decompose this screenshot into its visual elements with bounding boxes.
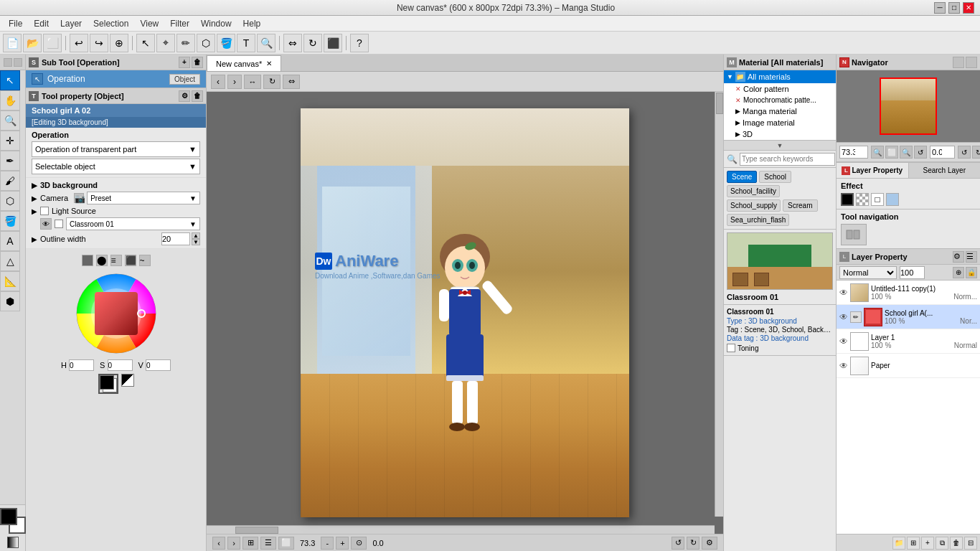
outline-expand[interactable]: ▶: [32, 235, 37, 243]
classroom-checkbox[interactable]: [55, 220, 63, 228]
search-layer-tab[interactable]: Search Layer: [909, 163, 981, 178]
ruler-tool[interactable]: 📐: [0, 271, 20, 291]
select-btn[interactable]: ↖: [136, 34, 155, 52]
move-tool[interactable]: ✛: [0, 131, 20, 151]
canvas-tab-active[interactable]: New canvas* ✕: [207, 55, 281, 71]
fill-tool[interactable]: 🪣: [0, 211, 20, 231]
snap-btn[interactable]: ⊕: [110, 34, 128, 52]
menu-selection[interactable]: Selection: [88, 17, 134, 30]
rotate-right-btn[interactable]: ↻: [687, 537, 699, 550]
lasso-btn[interactable]: ⌖: [156, 34, 175, 52]
canvas-prev-btn[interactable]: ‹: [212, 537, 225, 550]
v-scrollbar[interactable]: [715, 92, 723, 517]
color-circle-icon[interactable]: ⬤: [96, 255, 108, 266]
effect-white-btn[interactable]: □: [871, 193, 884, 206]
opacity-input[interactable]: [900, 266, 925, 279]
mat-monochromatic[interactable]: ✕ Monochromatic patte...: [724, 95, 836, 105]
menu-edit[interactable]: Edit: [28, 17, 55, 30]
color-sliders-icon[interactable]: ≡: [110, 255, 122, 266]
menu-file[interactable]: File: [3, 17, 28, 30]
outline-up[interactable]: ▲: [192, 232, 200, 239]
layer-item-3[interactable]: 👁 Layer 1 100 % Normal: [837, 329, 980, 354]
camera-expand[interactable]: ▶: [32, 194, 37, 202]
nav-zoom-input[interactable]: [839, 146, 868, 159]
nav-rotate-reset[interactable]: ↺: [914, 146, 927, 159]
mat-tag-sea[interactable]: Sea_urchin_flash: [727, 214, 789, 226]
layer-item-1[interactable]: 👁 Untitled-111 copy(1) 100 % Norm...: [837, 281, 980, 305]
layer-extra-btn[interactable]: ☰: [966, 251, 977, 263]
nav-fit[interactable]: ⬜: [885, 146, 898, 159]
canvas-fwd-btn[interactable]: ›: [227, 75, 242, 89]
mat-image[interactable]: ▶ Image material: [724, 117, 836, 128]
nav-rotate-r[interactable]: ↻: [972, 146, 980, 159]
h-input[interactable]: [69, 359, 94, 371]
window-controls[interactable]: ─ □ ✕: [934, 2, 974, 14]
canvas-move-icon[interactable]: ↔: [244, 75, 261, 89]
brush-tool[interactable]: 🖌: [0, 171, 20, 191]
canvas-back-btn[interactable]: ‹: [211, 75, 225, 89]
mat-color-pattern[interactable]: ✕ Color pattern: [724, 83, 836, 95]
object-button[interactable]: Object: [169, 74, 200, 85]
canvas-rotate-icon[interactable]: ↻: [263, 75, 281, 89]
shape-tool[interactable]: △: [0, 251, 20, 271]
h-scroll-thumb[interactable]: [235, 527, 278, 534]
open-btn[interactable]: 📂: [23, 34, 42, 52]
menu-layer[interactable]: Layer: [55, 17, 88, 30]
layer-4-eye[interactable]: 👁: [839, 361, 848, 371]
selectable-dropdown[interactable]: Selectable object ▼: [32, 159, 200, 174]
layer-delete-btn[interactable]: 🗑: [950, 537, 963, 550]
outline-down[interactable]: ▼: [192, 239, 200, 245]
effect-blue-btn[interactable]: [886, 193, 899, 206]
layer-add-btn[interactable]: +: [921, 537, 934, 550]
tool-nav-icon[interactable]: [841, 224, 867, 245]
minimize-button[interactable]: ─: [934, 2, 946, 14]
approx-color-icon[interactable]: ~: [139, 255, 151, 266]
view-btn[interactable]: 🔍: [257, 34, 275, 52]
mat-search-input[interactable]: [740, 153, 835, 166]
mat-tag-scene[interactable]: Scene: [727, 171, 757, 183]
color-wheel[interactable]: [73, 270, 159, 357]
pen-btn[interactable]: ✏: [176, 34, 195, 52]
panel-expand-left[interactable]: [14, 58, 22, 67]
pen-tool[interactable]: ✒: [0, 151, 20, 171]
layer-2-eye[interactable]: 👁: [839, 312, 848, 322]
v-input[interactable]: [146, 359, 171, 371]
mat-manga[interactable]: ▶ Manga material: [724, 105, 836, 117]
canvas-tab-close[interactable]: ✕: [266, 60, 272, 67]
undo-btn[interactable]: ↩: [70, 34, 88, 52]
h-scrollbar[interactable]: [207, 525, 715, 534]
v-scroll-thumb[interactable]: [716, 93, 723, 114]
s-input[interactable]: [108, 359, 133, 371]
effect-pattern-btn[interactable]: [856, 193, 869, 206]
layer-settings-btn[interactable]: ⚙: [953, 251, 964, 263]
operation-dropdown[interactable]: Operation of transparent part ▼: [32, 141, 200, 157]
mat-3d[interactable]: ▶ 3D: [724, 128, 836, 140]
menu-view[interactable]: View: [134, 17, 164, 30]
sub-tool-add[interactable]: +: [179, 57, 190, 68]
bg-expand-icon[interactable]: ▶: [32, 182, 37, 189]
outline-value-input[interactable]: [161, 232, 190, 245]
text-tool[interactable]: A: [0, 231, 20, 251]
sub-tool-trash[interactable]: 🗑: [192, 57, 203, 68]
layer-1-eye[interactable]: 👁: [839, 288, 848, 298]
nav-zoom-in[interactable]: 🔍: [900, 146, 913, 159]
panel-collapse-left[interactable]: [4, 58, 12, 67]
close-button[interactable]: ✕: [963, 2, 974, 14]
nav-rotate-l[interactable]: ↺: [958, 146, 971, 159]
maximize-button[interactable]: □: [948, 2, 960, 14]
foreground-color[interactable]: [0, 508, 17, 525]
layer-3-eye[interactable]: 👁: [839, 336, 848, 347]
rect-btn[interactable]: ⬜: [43, 34, 62, 52]
redo-btn[interactable]: ↪: [90, 34, 108, 52]
nav-zoom-out[interactable]: 🔍: [871, 146, 884, 159]
layer-group-btn[interactable]: ⊞: [907, 537, 920, 550]
3d-tool[interactable]: ⬢: [0, 291, 20, 311]
effect-fill-btn[interactable]: [841, 193, 854, 206]
mat-tree-scroll[interactable]: ▼: [724, 141, 836, 151]
color-set-icon[interactable]: ⬛: [125, 255, 136, 266]
layer-item-2[interactable]: 👁 ✏ School girl A(... 100 % Nor...: [837, 305, 980, 329]
preset-dropdown[interactable]: Preset ▼: [87, 192, 200, 204]
nav-btn-1[interactable]: [953, 57, 964, 68]
layer-item-4[interactable]: 👁 Paper: [837, 354, 980, 378]
mat-tag-supply[interactable]: School_supply: [727, 199, 781, 212]
